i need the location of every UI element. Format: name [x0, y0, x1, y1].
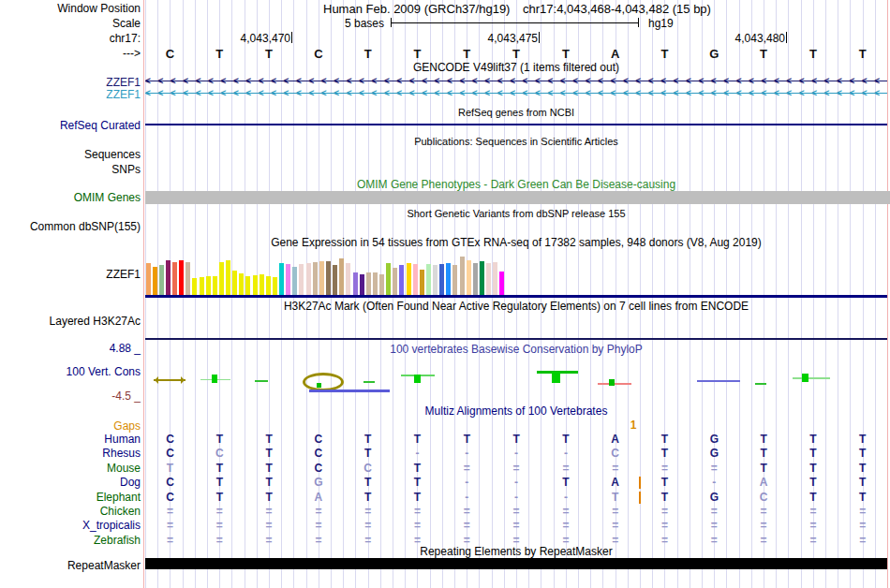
align-cell: T [343, 492, 393, 504]
gtex-tissue-bar[interactable] [226, 260, 230, 295]
align-cell: - [492, 477, 541, 489]
align-cell: = [145, 535, 195, 547]
gtex-tissue-bar[interactable] [446, 263, 451, 295]
gtex-tissue-bar[interactable] [146, 263, 151, 295]
gtex-tissue-bar[interactable] [200, 277, 204, 295]
sequence-base: T [640, 47, 690, 61]
gtex-tissue-bar[interactable] [219, 262, 224, 295]
gtex-tissue-bar[interactable] [493, 262, 497, 295]
gtex-tissue-bar[interactable] [232, 271, 237, 295]
gtex-tissue-bar[interactable] [339, 258, 344, 295]
track-label-refseq[interactable]: RefSeq Curated [0, 120, 141, 132]
track-label-gtex-gene[interactable]: ZZEF1 [0, 269, 141, 281]
h3k27ac-line[interactable] [145, 338, 887, 340]
gtex-tissue-bar[interactable] [393, 268, 397, 295]
scale-bar [391, 22, 638, 23]
gtex-tissue-bar[interactable] [407, 263, 411, 295]
repeatmasker-element-bar[interactable] [145, 558, 887, 569]
gtex-tissue-bar[interactable] [467, 260, 471, 295]
multiz-gaps-label[interactable]: Gaps [0, 420, 141, 433]
gtex-tissue-bar[interactable] [373, 272, 378, 295]
gtex-tissue-bar[interactable] [206, 276, 211, 295]
species-label-chicken[interactable]: Chicken [0, 506, 141, 518]
track-label-h3k27ac[interactable]: Layered H3K27Ac [0, 316, 141, 328]
species-label-zebrafish[interactable]: Zebrafish [0, 535, 141, 547]
align-cell: T [838, 492, 887, 504]
gtex-tissue-bar[interactable] [185, 262, 190, 295]
gtex-tissue-bar[interactable] [279, 263, 284, 295]
repeatmasker-track-title: Repeating Elements by RepeatMasker [145, 546, 887, 558]
gene-label-zzef1-b[interactable]: ZZEF1 [0, 89, 141, 101]
gene-exon-arrows[interactable]: < < < < < < < < < < < < < < < < < < < < … [145, 76, 887, 87]
track-label-phylop[interactable]: 100 Vert. Cons [0, 366, 141, 378]
gtex-tissue-bar[interactable] [213, 276, 217, 295]
insertion-marker [639, 477, 641, 489]
track-label-sequences[interactable]: Sequences [0, 149, 141, 161]
align-cell: = [245, 535, 294, 547]
gtex-tissue-bar[interactable] [166, 260, 171, 295]
gtex-tissue-bar[interactable] [245, 276, 250, 295]
align-cell: T [739, 434, 789, 446]
gtex-tissue-bar[interactable] [499, 272, 504, 295]
refseq-gene-line[interactable] [145, 124, 887, 125]
align-cell: = [245, 520, 294, 532]
gtex-tissue-bar[interactable] [299, 264, 304, 295]
gtex-tissue-bar[interactable] [159, 265, 164, 295]
gtex-tissue-bar[interactable] [433, 265, 438, 295]
gtex-tissue-bar[interactable] [399, 265, 404, 295]
gtex-tissue-bar[interactable] [360, 274, 364, 295]
gtex-tissue-bar[interactable] [413, 264, 418, 295]
gtex-tissue-bar[interactable] [286, 264, 290, 295]
species-label-x_tropicalis[interactable]: X_tropicalis [0, 520, 141, 532]
align-cell: = [640, 520, 690, 532]
gtex-tissue-bar[interactable] [460, 257, 465, 295]
gtex-tissue-bar[interactable] [292, 267, 297, 295]
gtex-tissue-bar[interactable] [480, 261, 484, 295]
gtex-tissue-bar[interactable] [239, 273, 244, 295]
gtex-tissue-bar[interactable] [172, 262, 177, 295]
gtex-tissue-bar[interactable] [266, 276, 271, 295]
omim-gene-bar[interactable] [145, 191, 890, 204]
gtex-track-title: Gene Expression in 54 tissues from GTEx … [145, 237, 887, 249]
gtex-tissue-bar[interactable] [386, 263, 391, 295]
gtex-tissue-bar[interactable] [192, 278, 197, 295]
gtex-tissue-bar[interactable] [346, 263, 350, 295]
gtex-tissue-bar[interactable] [420, 270, 424, 295]
gtex-tissue-bar[interactable] [452, 265, 457, 295]
gtex-tissue-bar[interactable] [326, 261, 331, 295]
gtex-tissue-bar[interactable] [426, 264, 431, 295]
track-label-omim[interactable]: OMIM Genes [0, 192, 141, 204]
gene-exon-arrows[interactable]: < < < < < < < < < < < < < < < < < < < < … [145, 88, 887, 99]
gtex-tissue-bar[interactable] [273, 277, 277, 295]
align-cell: T [393, 477, 442, 489]
track-label-snps[interactable]: SNPs [0, 164, 141, 176]
species-label-elephant[interactable]: Elephant [0, 492, 141, 504]
track-label-dbsnp[interactable]: Common dbSNP(155) [0, 221, 141, 233]
gtex-tissue-bar[interactable] [313, 262, 318, 295]
gtex-tissue-bar[interactable] [306, 263, 311, 295]
gtex-tissue-bar[interactable] [253, 275, 258, 295]
track-label-repeatmasker[interactable]: RepeatMasker [0, 560, 141, 572]
align-cell: T [788, 448, 838, 460]
gtex-tissue-bar[interactable] [353, 272, 358, 295]
gtex-tissue-bar[interactable] [179, 260, 184, 295]
species-label-human[interactable]: Human [0, 434, 141, 446]
gtex-tissue-bar[interactable] [486, 263, 491, 295]
gtex-tissue-bar[interactable] [153, 267, 157, 295]
gtex-tissue-bar[interactable] [260, 274, 264, 295]
species-label-dog[interactable]: Dog [0, 477, 141, 489]
species-label-rhesus[interactable]: Rhesus [0, 448, 141, 460]
gtex-tissue-bar[interactable] [439, 264, 444, 295]
gtex-tissue-bar[interactable] [379, 274, 384, 295]
gtex-tissue-bar[interactable] [333, 265, 337, 295]
align-cell: T [788, 492, 838, 504]
align-cell: C [145, 492, 195, 504]
species-label-mouse[interactable]: Mouse [0, 463, 141, 475]
align-cell: C [739, 492, 789, 504]
phylop-mark [363, 381, 375, 383]
align-cell: T [640, 434, 690, 446]
gtex-tissue-bar[interactable] [473, 263, 478, 295]
scale-label: Scale [0, 18, 141, 30]
gtex-tissue-bar[interactable] [366, 272, 371, 295]
gtex-tissue-bar[interactable] [319, 261, 324, 295]
